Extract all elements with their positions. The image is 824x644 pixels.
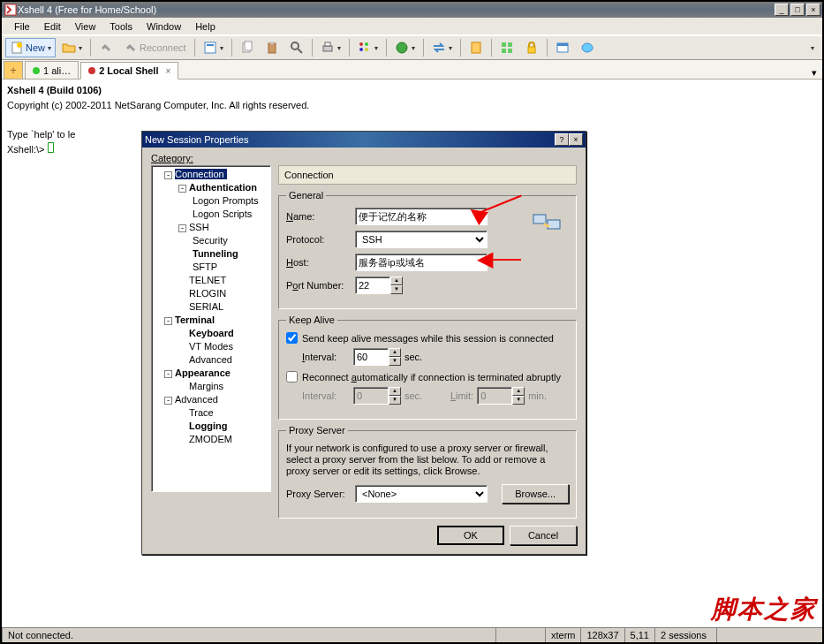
properties-button[interactable] [199, 38, 228, 57]
open-button[interactable] [57, 38, 87, 57]
help-icon [580, 41, 594, 55]
settings-pane: Connection General Name: Protocol: SSH [278, 165, 577, 519]
computers-icon [532, 211, 563, 239]
interval2-input [353, 387, 389, 405]
new-tab-button[interactable]: + [4, 61, 23, 79]
tab-overflow-button[interactable]: ▾ [806, 67, 822, 79]
menu-view[interactable]: View [68, 19, 103, 34]
paste-button[interactable] [261, 38, 283, 57]
pane-header: Connection [278, 165, 577, 185]
svg-point-2 [17, 42, 22, 48]
tree-ssh[interactable]: -SSH [154, 221, 268, 234]
port-down[interactable]: ▼ [390, 285, 403, 294]
toolbar-options[interactable] [805, 38, 819, 57]
proxy-label: Proxy Server: [286, 489, 352, 499]
xftp-button[interactable] [427, 38, 457, 57]
port-label: Port Number: [286, 280, 352, 291]
svg-point-14 [365, 42, 368, 46]
find-button[interactable] [285, 38, 308, 57]
general-group: General Name: Protocol: SSH Host: [278, 190, 577, 309]
maximize-button[interactable]: □ [790, 4, 805, 16]
cursor-icon [48, 142, 54, 153]
new-button[interactable]: New [5, 38, 56, 57]
menu-file[interactable]: File [7, 19, 37, 34]
protocol-label: Protocol: [286, 234, 352, 245]
statusbar: Not connected. xterm 128x37 5,11 2 sessi… [2, 626, 822, 642]
tree-advanced[interactable]: Advanced [154, 353, 268, 367]
port-input[interactable] [355, 277, 390, 294]
window-title: Xshell 4 (Free for Home/School) [18, 4, 156, 15]
plug-icon [99, 41, 113, 55]
interval-label: Interval: [302, 352, 350, 362]
menu-window[interactable]: Window [140, 19, 188, 34]
titlebar: Xshell 4 (Free for Home/School) _ □ × [2, 2, 822, 18]
dialog-close-button[interactable]: × [569, 133, 583, 146]
help-button[interactable] [576, 38, 599, 57]
tree-terminal[interactable]: -Terminal [154, 314, 268, 327]
protocol-select[interactable]: SSH [355, 231, 488, 248]
tree-sftp[interactable]: SFTP [154, 261, 268, 274]
script-icon [469, 41, 483, 55]
script-button[interactable] [465, 38, 488, 57]
grid-button[interactable] [495, 38, 518, 57]
print-button[interactable] [316, 38, 345, 57]
host-input[interactable] [355, 254, 488, 271]
cancel-button[interactable]: Cancel [510, 526, 577, 545]
reconnect-checkbox[interactable] [286, 371, 298, 383]
browse-button[interactable]: Browse... [502, 484, 569, 504]
color-button[interactable] [353, 38, 382, 57]
tree-logon-scripts[interactable]: Logon Scripts [154, 208, 268, 221]
tab-1[interactable]: 1 ali… [25, 61, 79, 79]
dialog-titlebar[interactable]: New Session Properties ? × [142, 132, 586, 148]
window-button[interactable] [551, 38, 574, 57]
tree-authentication[interactable]: -Authentication [154, 181, 268, 194]
tree-rlogin[interactable]: RLOGIN [154, 287, 268, 300]
port-up[interactable]: ▲ [390, 277, 403, 285]
copy-icon [240, 41, 254, 55]
dialog-help-button[interactable]: ? [555, 133, 569, 146]
tree-vtmodes[interactable]: VT Modes [154, 340, 268, 353]
tree-zmodem[interactable]: ZMODEM [154, 433, 268, 446]
svg-rect-4 [207, 44, 214, 46]
tree-tunneling[interactable]: Tunneling [154, 247, 268, 261]
properties-icon [203, 41, 217, 55]
menu-edit[interactable]: Edit [37, 19, 68, 34]
interval2-label: Interval: [302, 390, 350, 401]
tab-2[interactable]: 2 Local Shell× [80, 62, 178, 80]
tree-serial[interactable]: SERIAL [154, 300, 268, 314]
close-button[interactable]: × [806, 4, 820, 16]
disconnect-button[interactable] [94, 38, 117, 57]
svg-rect-27 [533, 215, 546, 224]
tree-security[interactable]: Security [154, 234, 268, 247]
tree-trace[interactable]: Trace [154, 406, 268, 420]
proxy-select[interactable]: <None> [355, 485, 488, 503]
globe-button[interactable] [390, 38, 420, 57]
category-tree[interactable]: -Connection -Authentication Logon Prompt… [151, 165, 271, 492]
new-file-icon [10, 41, 24, 55]
copy-button[interactable] [236, 38, 259, 57]
tree-logging[interactable]: Logging [154, 420, 268, 433]
ok-button[interactable]: OK [437, 526, 504, 545]
svg-rect-11 [323, 46, 332, 51]
svg-rect-3 [205, 42, 215, 53]
tree-logon-prompts[interactable]: Logon Prompts [154, 194, 268, 208]
close-tab-icon[interactable]: × [165, 66, 170, 76]
menu-help[interactable]: Help [188, 19, 223, 34]
tree-telnet[interactable]: TELNET [154, 274, 268, 287]
reconnect-button[interactable]: Reconnect [119, 38, 191, 57]
tree-margins[interactable]: Margins [154, 380, 268, 393]
tree-advanced2[interactable]: -Advanced [154, 393, 268, 406]
svg-line-10 [298, 49, 302, 53]
svg-point-9 [291, 42, 299, 49]
menu-tools[interactable]: Tools [102, 19, 140, 34]
interval-input[interactable] [353, 348, 389, 366]
minimize-button[interactable]: _ [775, 4, 789, 16]
keepalive-checkbox[interactable] [286, 332, 298, 344]
tree-appearance[interactable]: -Appearance [154, 367, 268, 380]
limit-label: Limit: [426, 390, 473, 401]
tree-connection[interactable]: -Connection [154, 168, 268, 181]
lock-button[interactable] [520, 38, 543, 57]
tree-keyboard[interactable]: Keyboard [154, 327, 268, 340]
name-input[interactable] [355, 208, 488, 225]
window-icon [556, 41, 570, 55]
